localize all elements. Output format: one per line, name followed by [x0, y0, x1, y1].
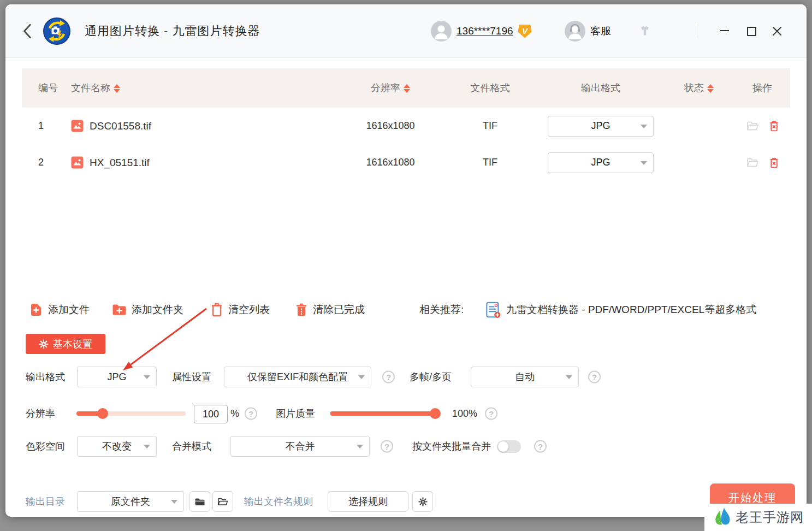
merge-mode-label: 合并模式 — [172, 435, 211, 457]
properties-select[interactable]: 仅保留EXIF和颜色配置 — [224, 367, 371, 387]
clear-list-button[interactable]: 清空列表 — [210, 298, 270, 322]
sort-arrows-icon — [707, 84, 714, 93]
open-output-folder-button[interactable] — [212, 491, 233, 512]
batch-merge-label: 按文件夹批量合并 — [412, 435, 491, 457]
file-table: 编号 文件名称 分辨率 文件格式 输出格式 状态 操作 1 — [22, 68, 790, 181]
empty-trash-icon — [210, 303, 223, 317]
add-file-button[interactable]: 添加文件 — [29, 298, 90, 322]
sort-arrows-icon — [404, 84, 410, 93]
app-logo-icon — [43, 4, 71, 57]
batch-merge-toggle[interactable] — [497, 440, 521, 453]
open-folder-icon — [217, 497, 228, 506]
chevron-down-icon — [566, 375, 572, 379]
output-format-select[interactable]: JPG — [548, 152, 654, 173]
file-format: TIF — [442, 120, 538, 132]
desktop-background: 通用图片转换 - 九雷图片转换器 136****7196 V — [0, 0, 812, 531]
recommend-link[interactable]: D 九雷文档转换器 - PDF/WORD/PPT/EXCEL等超多格式 — [485, 298, 756, 322]
menu-button[interactable] — [667, 26, 681, 36]
quality-slider[interactable] — [330, 411, 440, 416]
filename-rule-label: 输出文件名规则 — [244, 491, 313, 512]
chevron-down-icon — [144, 375, 150, 379]
slider-thumb[interactable] — [430, 408, 441, 419]
merge-mode-select[interactable]: 不合并 — [230, 436, 370, 457]
minimize-button[interactable] — [715, 26, 734, 45]
choose-rule-button[interactable]: 选择规则 — [328, 491, 408, 512]
person-icon — [431, 21, 452, 42]
back-button[interactable] — [22, 4, 34, 57]
row-index: 1 — [22, 120, 66, 132]
svg-text:D: D — [494, 302, 498, 308]
multipage-select[interactable]: 自动 — [471, 367, 579, 387]
header-actions: 操作 — [734, 81, 790, 95]
header-output: 输出格式 — [538, 81, 663, 95]
service-label: 客服 — [590, 24, 611, 38]
chevron-down-icon — [171, 500, 177, 504]
resolution-slider[interactable] — [76, 411, 186, 416]
close-icon — [772, 26, 782, 36]
tshirt-icon — [637, 26, 653, 37]
multipage-label: 多帧/多页 — [410, 366, 452, 388]
file-resolution: 1616x1080 — [339, 157, 442, 168]
delete-file-icon[interactable] — [768, 120, 780, 132]
headset-icon — [565, 21, 585, 42]
file-name: DSC01558.tif — [90, 120, 151, 132]
toggle-knob — [498, 441, 508, 452]
header-filename[interactable]: 文件名称 — [66, 81, 339, 95]
quality-label: 图片质量 — [276, 403, 315, 424]
resolution-input[interactable] — [194, 405, 228, 423]
help-icon[interactable]: ? — [485, 408, 497, 420]
output-dir-label: 输出目录 — [26, 491, 65, 512]
resolution-label: 分辨率 — [26, 403, 55, 424]
open-folder-icon[interactable] — [746, 157, 758, 168]
watermark-text: 老王手游网 — [736, 509, 804, 526]
gear-icon — [418, 497, 428, 506]
settings-row-color: 色彩空间 不改变 合并模式 不合并 ? 按文件夹批量合并 ? — [5, 435, 807, 457]
output-format-label: 输出格式 — [26, 366, 65, 388]
titlebar-separator — [697, 24, 697, 38]
help-icon[interactable]: ? — [382, 371, 395, 384]
output-dir-select[interactable]: 原文件夹 — [77, 491, 184, 512]
output-format-select[interactable]: JPG — [548, 116, 654, 137]
filled-trash-icon — [295, 303, 308, 317]
account-number-link[interactable]: 136****7196 — [457, 25, 513, 37]
colorspace-select[interactable]: 不改变 — [77, 436, 157, 457]
set-folder-button[interactable] — [189, 491, 210, 512]
help-icon[interactable]: ? — [381, 440, 393, 453]
customer-service[interactable]: 客服 — [565, 4, 611, 57]
help-icon[interactable]: ? — [245, 408, 257, 420]
add-folder-button[interactable]: 添加文件夹 — [112, 298, 183, 322]
maximize-button[interactable] — [742, 26, 761, 45]
help-icon[interactable]: ? — [534, 440, 547, 453]
open-folder-icon[interactable] — [746, 121, 758, 132]
header-resolution[interactable]: 分辨率 — [339, 81, 442, 95]
user-avatar[interactable] — [431, 21, 452, 42]
doc-converter-icon: D — [485, 302, 501, 318]
slider-thumb[interactable] — [97, 408, 108, 419]
close-button[interactable] — [767, 26, 787, 45]
back-chevron-icon — [22, 23, 34, 39]
delete-file-icon[interactable] — [768, 157, 780, 169]
list-toolbar: 添加文件 添加文件夹 清空列表 — [22, 298, 790, 322]
output-format-select[interactable]: JPG — [77, 367, 157, 387]
quality-value: 100% — [452, 403, 477, 424]
output-bar: 输出目录 原文件夹 输出文件名规则 选择规则 — [5, 491, 807, 512]
vip-badge-icon: V — [518, 24, 532, 38]
image-file-icon — [71, 156, 84, 169]
header-index: 编号 — [22, 81, 66, 95]
basic-settings-button[interactable]: 基本设置 — [26, 334, 105, 354]
help-icon[interactable]: ? — [588, 371, 601, 384]
rule-settings-button[interactable] — [412, 491, 433, 512]
waterdrop-logo-icon — [713, 507, 732, 528]
header-status[interactable]: 状态 — [663, 81, 734, 95]
file-format: TIF — [442, 157, 538, 168]
table-row: 2 HX_05151.tif 1616x1080 TIF JPG — [22, 144, 790, 181]
chevron-down-icon — [357, 445, 363, 449]
clear-completed-button[interactable]: 清除已完成 — [295, 298, 365, 322]
titlebar: 通用图片转换 - 九雷图片转换器 136****7196 V — [5, 4, 807, 58]
window-title: 通用图片转换 - 九雷图片转换器 — [85, 4, 260, 57]
theme-skin-button[interactable] — [637, 4, 653, 57]
folder-icon — [194, 497, 205, 506]
gear-icon — [39, 339, 49, 349]
site-watermark: 老王手游网 — [704, 504, 812, 531]
chevron-down-icon — [144, 445, 150, 449]
